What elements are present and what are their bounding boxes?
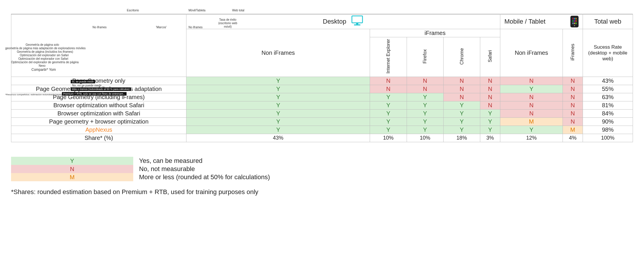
- success-rate-cell: 98%: [583, 126, 633, 134]
- ghost-row-2: geometría de página más adaptación de ex…: [5, 47, 86, 50]
- cell: Y: [500, 85, 563, 93]
- cell: N: [563, 77, 583, 85]
- cell: Y: [370, 110, 407, 118]
- ghost-row-1: Geometría de página solo: [26, 43, 59, 47]
- cell: Y: [407, 101, 443, 110]
- ghost-row-4: Optimización del explorador sin Safari: [20, 54, 69, 57]
- legend-text-n: No, not measurable: [133, 165, 195, 173]
- ghost-row-8: Compartir* Yom: [31, 68, 56, 72]
- success-rate-cell: 55%: [583, 85, 633, 93]
- ghost-bar-3: Más o menos (redondeado al 50 % para cál…: [71, 87, 131, 91]
- cell: Y: [443, 101, 480, 110]
- row-label: Browser optimization without Safari: [11, 101, 186, 110]
- cell: Y: [443, 110, 480, 118]
- cell: Y: [370, 93, 407, 101]
- cell: N: [443, 93, 480, 101]
- cell: N: [563, 110, 583, 118]
- ghost-bar-1: Sí, se puede medir: [71, 80, 95, 83]
- cell: N: [443, 85, 480, 93]
- cell: N: [480, 85, 500, 93]
- table-row: Browser optimization without SafariYYYYN…: [11, 101, 633, 110]
- cell: M: [563, 126, 583, 134]
- row-label: AppNexus: [11, 126, 186, 134]
- header-ff: Firefox: [407, 37, 443, 77]
- table-row: Page Geometry onlyYNNNNNN43%: [11, 77, 633, 85]
- legend: Y Yes, can be measured N No, not measura…: [11, 157, 633, 181]
- cell: Y: [407, 110, 443, 118]
- footnote: *Shares: rounded estimation based on Pre…: [11, 188, 633, 196]
- cell: N: [370, 77, 407, 85]
- share-chrome: 18%: [443, 134, 480, 142]
- cell: Y: [186, 85, 370, 93]
- ghost-escritorio: Escritorio: [127, 9, 139, 12]
- share-mobile-nonif: 12%: [500, 134, 563, 142]
- success-rate-cell: 81%: [583, 101, 633, 110]
- table-row: Page geometry + browser optimizationYYYY…: [11, 118, 633, 126]
- ghost-marcos: 'Marcos': [156, 26, 167, 29]
- legend-text-y: Yes, can be measured: [133, 157, 202, 165]
- ghost-row-6: Optimización del explorador de geometría…: [11, 61, 79, 64]
- cell: Y: [186, 101, 370, 110]
- cell: N: [407, 77, 443, 85]
- cell: N: [480, 77, 500, 85]
- ghost-row-5: Optimización del explorador con Safari: [18, 57, 68, 61]
- header-desktop-iframes: iFrames: [370, 29, 500, 37]
- cell: Y: [407, 93, 443, 101]
- cell: N: [500, 93, 563, 101]
- cell: N: [563, 93, 583, 101]
- cell: Y: [407, 126, 443, 134]
- ghost-bar-2: No, no se puede medir: [72, 84, 102, 87]
- header-total-web: Total web: [583, 14, 633, 29]
- mobile-icon: [570, 16, 579, 27]
- cell: Y: [370, 126, 407, 134]
- ghost-shares-prefix: *Recursos compartidos: estimación redond…: [5, 93, 66, 96]
- table-row: AppNexusYYYYYYM98%: [11, 126, 633, 134]
- legend-swatch-m: M: [11, 173, 133, 181]
- header-desktop-label: Desktop: [323, 18, 346, 25]
- cell: N: [500, 77, 563, 85]
- header-mobile: Mobile / Tablet: [500, 14, 583, 29]
- cell: N: [407, 85, 443, 93]
- svg-rect-0: [352, 16, 362, 23]
- cell: Y: [186, 118, 370, 126]
- legend-swatch-y: Y: [11, 157, 133, 165]
- cell: Y: [186, 77, 370, 85]
- header-ie: Internet Explorer: [370, 37, 407, 77]
- table-row: Browser optimization with SafariYYYYYNN8…: [11, 110, 633, 118]
- row-label: Browser optimization with Safari: [11, 110, 186, 118]
- header-mobile-iframes: iFrames: [563, 29, 583, 77]
- ghost-tasa: Tasa de éxito (escritorio web móvil): [215, 18, 241, 29]
- legend-row-m: M More or less (rounded at 50% for calcu…: [11, 173, 633, 181]
- cell: N: [563, 85, 583, 93]
- ghost-row-3: Geometría de página (incluidos los ifram…: [17, 50, 73, 54]
- header-mobile-noniframes: Non iFrames: [500, 29, 563, 77]
- legend-row-y: Y Yes, can be measured: [11, 157, 633, 165]
- ghost-row-7: Nexo: [39, 64, 45, 68]
- share-ie: 10%: [370, 134, 407, 142]
- desktop-icon: [351, 15, 364, 28]
- cell: N: [563, 118, 583, 126]
- ghost-movil: Móvil/Tableta: [188, 9, 205, 12]
- cell: Y: [186, 93, 370, 101]
- cell: N: [500, 101, 563, 110]
- header-desktop-noniframes: Non iFrames: [186, 29, 370, 77]
- success-rate-cell: 90%: [583, 118, 633, 126]
- row-label: Page geometry + browser optimization: [11, 118, 186, 126]
- legend-row-n: N No, not measurable: [11, 165, 633, 173]
- viewability-matrix-table: Desktop Mobile / Tablet Total we: [11, 14, 633, 142]
- legend-text-m: More or less (rounded at 50% for calcula…: [133, 173, 270, 181]
- share-ff: 10%: [407, 134, 443, 142]
- header-success-rate: Sucess Rate (desktop + mobile web): [583, 29, 633, 77]
- cell: N: [500, 110, 563, 118]
- cell: Y: [370, 118, 407, 126]
- cell: N: [480, 93, 500, 101]
- cell: N: [443, 77, 480, 85]
- share-total: 100%: [583, 134, 633, 142]
- svg-rect-2: [354, 24, 361, 26]
- success-rate-cell: 63%: [583, 93, 633, 101]
- share-mobile-if: 4%: [563, 134, 583, 142]
- cell: N: [563, 101, 583, 110]
- legend-swatch-n: N: [11, 165, 133, 173]
- cell: Y: [480, 126, 500, 134]
- cell: N: [480, 101, 500, 110]
